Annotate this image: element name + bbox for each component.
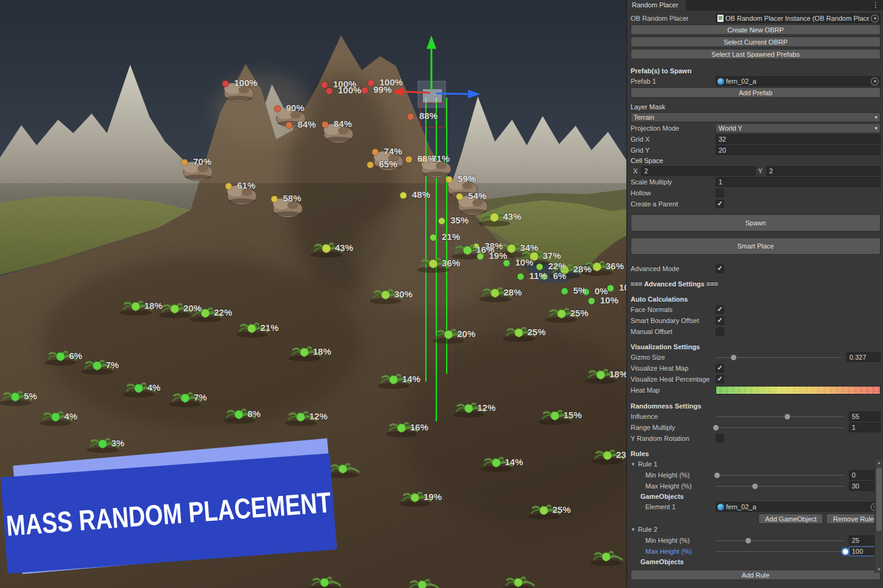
obrp-value: OB Random Placer Instance (OB Random Pla… [725, 15, 869, 22]
heat-marker [596, 371, 605, 379]
heat-percentage-label: 28% [504, 287, 522, 297]
rule2-min-row: Min Height (%) 25 [631, 535, 881, 546]
gizmo-size-value[interactable]: 0.327 [846, 352, 881, 362]
object-picker-icon[interactable] [871, 15, 879, 23]
rule2-min-slider[interactable] [716, 536, 845, 545]
object-picker-icon[interactable] [871, 78, 879, 85]
scale-multiply-input[interactable]: 1 [716, 177, 881, 187]
smart-place-button[interactable]: Smart Place [631, 238, 881, 255]
face-normals-checkbox[interactable]: ✓ [716, 305, 724, 314]
rule1-min-slider[interactable] [716, 471, 845, 479]
influence-value[interactable]: 55 [849, 412, 881, 421]
scale-multiply-row: Scale Multiply 1 [631, 176, 881, 187]
heat-percentage-label: 10% [600, 295, 618, 305]
heat-marker [296, 413, 305, 421]
foldout-arrow-icon[interactable]: ▼ [631, 527, 638, 532]
rule1-min-row: Min Height (%) 0 [631, 470, 881, 481]
y-random-rotation-checkbox[interactable] [716, 434, 724, 443]
heat-marker [504, 260, 510, 267]
rule1-max-slider[interactable] [716, 482, 845, 490]
scroll-down-icon[interactable]: ▼ [875, 567, 883, 572]
foldout-arrow-icon[interactable]: ▼ [631, 462, 638, 467]
heat-marker [326, 88, 333, 95]
projection-mode-dropdown[interactable]: World Y ▾ [716, 123, 881, 133]
prefab1-object-field[interactable]: fern_02_a [716, 76, 881, 86]
smart-boundary-label: Smart Boundary Offset [631, 317, 716, 324]
heat-percentage-label: 36% [606, 261, 624, 271]
influence-slider[interactable] [716, 412, 845, 421]
heat-percentage-label: 74% [384, 146, 402, 156]
rules-scrollbar[interactable]: ▲ ▼ [874, 459, 883, 573]
add-prefab-button[interactable]: Add Prefab [631, 87, 881, 98]
heat-percentage-label: 71% [431, 153, 450, 164]
heat-percentage-label: 100% [234, 78, 257, 88]
select-last-spawned-button[interactable]: Select Last Spawned Prefabs [631, 49, 881, 59]
advanced-mode-row: Advanced Mode ✓ [631, 263, 881, 274]
heat-marker [372, 149, 379, 156]
rule1-max-label: Max Height (%) [631, 482, 716, 490]
heat-percentage-label: 48% [412, 189, 430, 200]
chevron-down-icon: ▾ [874, 125, 878, 131]
gizmo-size-slider[interactable] [716, 353, 843, 361]
heat-percentage-label: 7% [194, 392, 207, 402]
tab-random-placer[interactable]: Random Placer [627, 0, 686, 10]
add-gameobject-button[interactable]: Add GameObject [758, 514, 823, 524]
create-parent-checkbox[interactable]: ✓ [716, 200, 724, 208]
heat-marker [551, 412, 559, 420]
hollow-checkbox[interactable] [716, 189, 724, 197]
smart-boundary-checkbox[interactable]: ✓ [716, 316, 724, 325]
kebab-menu-icon[interactable]: ⋮ [868, 0, 883, 10]
layer-mask-dropdown[interactable]: Terrain ▾ [631, 112, 881, 122]
rule2-max-slider[interactable] [716, 547, 845, 556]
heat-marker [271, 196, 278, 203]
heat-marker [247, 324, 256, 333]
rule2-min-label: Min Height (%) [631, 537, 716, 544]
rule1-max-row: Max Height (%) 30 [631, 481, 881, 492]
visualize-heatmap-checkbox[interactable]: ✓ [716, 364, 724, 372]
scrollbar-thumb[interactable] [876, 468, 882, 531]
heatmap-gradient-field[interactable] [716, 386, 881, 394]
heat-marker [300, 348, 309, 357]
visualize-heatpct-row: Visualize Heat Percentage ✓ [631, 374, 881, 385]
manual-offset-row: Manual Offset [631, 326, 881, 337]
rule1-foldout[interactable]: ▼ Rule 1 [631, 459, 881, 470]
obrp-object-field[interactable]: OB Random Placer Instance (OB Random Pla… [716, 13, 881, 23]
heat-marker [322, 122, 329, 128]
heat-marker [98, 440, 107, 448]
rule1-element1-field[interactable]: fern_02_a [716, 502, 881, 512]
advanced-mode-checkbox[interactable]: ✓ [716, 264, 724, 273]
select-current-obrp-button[interactable]: Select Current OBRP [631, 37, 881, 47]
heat-percentage-label: 36% [442, 258, 460, 268]
heat-marker [408, 114, 414, 120]
grid-x-input[interactable]: 32 [716, 134, 881, 144]
cell-y-input[interactable]: 2 [766, 166, 881, 176]
heat-marker [515, 328, 523, 337]
heat-marker [389, 376, 398, 384]
heat-marker [491, 289, 499, 297]
manual-offset-checkbox[interactable] [716, 327, 724, 336]
rule2-gameobjects-header: GameObjects [631, 557, 881, 567]
heat-percentage-label: 18% [609, 369, 626, 379]
cell-x-input[interactable]: 2 [641, 166, 755, 176]
scroll-up-icon[interactable]: ▲ [875, 460, 883, 465]
heat-marker [170, 305, 179, 313]
spawn-button[interactable]: Spawn [631, 214, 881, 231]
heat-marker [322, 244, 331, 253]
terrain-render: 100%100%100%100%99%90%84%84%88%70%74%65%… [0, 0, 626, 588]
range-multiply-slider[interactable] [716, 423, 845, 432]
heat-percentage-label: 99% [373, 84, 392, 95]
visualize-heatpct-checkbox[interactable]: ✓ [716, 375, 724, 383]
range-multiply-value[interactable]: 1 [849, 423, 881, 432]
scene-viewport[interactable]: 100%100%100%100%99%90%84%84%88%70%74%65%… [0, 0, 626, 588]
smart-boundary-row: Smart Boundary Offset ✓ [631, 315, 881, 326]
add-rule-button[interactable]: Add Rule [631, 570, 881, 580]
grid-y-input[interactable]: 20 [716, 145, 881, 155]
remove-rule-button[interactable]: Remove Rule [826, 514, 881, 524]
heat-marker [286, 122, 293, 129]
manual-offset-label: Manual Offset [631, 328, 716, 335]
rule2-foldout[interactable]: ▼ Rule 2 [631, 524, 881, 535]
heat-marker [456, 194, 463, 200]
heat-percentage-label: 58% [283, 193, 301, 203]
create-new-obrp-button[interactable]: Create New OBRP [631, 24, 881, 35]
heat-marker [181, 159, 188, 166]
